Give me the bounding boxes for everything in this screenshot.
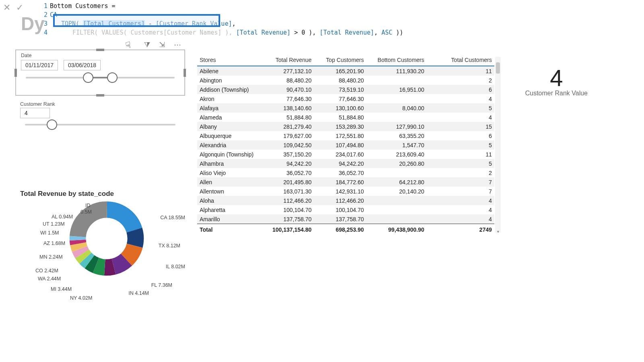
cell-total: 11 (427, 66, 494, 76)
cell-store: Akron (197, 94, 262, 103)
table-total-row: Total 100,137,154.80 698,253.90 99,438,9… (197, 224, 494, 236)
cell-top: 51,884.80 (314, 113, 366, 122)
stores-table[interactable]: Stores Total Revenue Top Customers Botto… (197, 54, 494, 235)
cell-top: 142,931.10 (314, 187, 366, 196)
total-revenue: 100,137,154.80 (262, 224, 314, 236)
resize-handle[interactable] (96, 94, 104, 97)
cell-top: 165,201.90 (314, 66, 366, 76)
scroll-track[interactable] (495, 57, 501, 233)
table-row[interactable]: Albany281,279.40153,289.30127,990.1015 (197, 122, 494, 131)
table-row[interactable]: Albuquerque179,627.00172,551.8063,355.20… (197, 131, 494, 140)
cell-top: 234,017.60 (314, 150, 366, 159)
slider-thumb-end[interactable] (107, 72, 118, 83)
highlight-rect (53, 14, 220, 27)
resize-handle[interactable] (14, 69, 17, 77)
card-value: 4 (525, 64, 588, 91)
commit-icon[interactable]: ✓ (16, 2, 23, 13)
cell-total: 2 (427, 76, 494, 85)
cell-top: 100,104.70 (314, 205, 366, 214)
slider-thumb-start[interactable] (83, 72, 93, 83)
table-row[interactable]: Amarillo137,758.70137,758.704 (197, 214, 494, 224)
cell-total: 5 (427, 159, 494, 168)
table-row[interactable]: Abilene277,132.10165,201.90111,930.2011 (197, 66, 494, 76)
date-end-input[interactable]: 03/06/2018 (64, 60, 101, 70)
table-header-row[interactable]: Stores Total Revenue Top Customers Botto… (197, 54, 494, 66)
cell-revenue: 281,279.40 (262, 122, 314, 131)
line-number: 1 (40, 2, 47, 10)
cell-total: 7 (427, 187, 494, 196)
table-row[interactable]: Alpharetta100,104.70100,104.704 (197, 205, 494, 214)
table-row[interactable]: Allen201,495.80184,772.6064,212.807 (197, 177, 494, 187)
table-row[interactable]: Akron77,646.3077,646.304 (197, 94, 494, 103)
col-bottom-customers[interactable]: Bottom Customers (366, 54, 427, 66)
cell-revenue: 201,495.80 (262, 177, 314, 187)
scroll-down-icon[interactable]: ▾ (495, 229, 501, 234)
filter-icon[interactable]: ⧩ (144, 41, 150, 49)
rank-input[interactable]: 4 (20, 108, 50, 118)
total-customers: 2749 (427, 224, 494, 236)
cell-total: 15 (427, 122, 494, 131)
cell-store: Addison (Township) (197, 85, 262, 94)
cell-top: 36,052.70 (314, 168, 366, 177)
col-total-revenue[interactable]: Total Revenue (262, 54, 314, 66)
cell-revenue: 277,132.10 (262, 66, 314, 76)
donut-chart[interactable]: Total Revenue by state_code CA 18.55M TX… (20, 190, 189, 311)
rank-value-card[interactable]: 4 Customer Rank Value (525, 64, 588, 97)
col-stores[interactable]: Stores (197, 54, 262, 66)
cell-bottom: 1,547.70 (366, 140, 427, 150)
table-row[interactable]: Algonquin (Township)357,150.20234,017.60… (197, 150, 494, 159)
date-slider[interactable] (26, 77, 175, 78)
date-start-input[interactable]: 01/11/2017 (21, 60, 58, 70)
line-number: 2 (40, 10, 47, 19)
measure-ref: [Total Revenue] (232, 29, 291, 36)
code-text: FILTER( VALUES( Customers[Customer Names… (72, 29, 232, 36)
slice-label: MI 3.44M (51, 286, 72, 292)
col-top-customers[interactable]: Top Customers (314, 54, 366, 66)
cell-total: 6 (427, 85, 494, 94)
more-icon[interactable]: ⋯ (174, 40, 181, 49)
focus-icon[interactable]: ⇲ (159, 40, 165, 49)
cell-top: 153,289.30 (314, 122, 366, 131)
slice-label: FL 7.36M (151, 282, 172, 288)
cell-revenue: 51,884.80 (262, 113, 314, 122)
scrollbar[interactable]: ▴ ▾ (495, 57, 501, 233)
slice-label: MN 2.24M (39, 254, 63, 260)
cell-revenue: 179,627.00 (262, 131, 314, 140)
cell-revenue: 163,071.30 (262, 187, 314, 196)
cancel-icon[interactable]: ✕ (3, 2, 10, 13)
table-row[interactable]: Alexandria109,042.50107,494.801,547.705 (197, 140, 494, 150)
card-label: Customer Rank Value (525, 90, 588, 97)
rank-slicer[interactable]: Customer Rank 4 (15, 99, 185, 139)
table-row[interactable]: Aliso Viejo36,052.7036,052.702 (197, 168, 494, 177)
chart-title: Total Revenue by state_code (20, 190, 189, 198)
svg-point-13 (78, 210, 136, 267)
table-row[interactable]: Abington88,480.2088,480.202 (197, 76, 494, 85)
table-row[interactable]: Addison (Township)90,470.1073,519.1016,9… (197, 85, 494, 94)
cell-revenue: 357,150.20 (262, 150, 314, 159)
slider-thumb[interactable] (47, 119, 57, 130)
rank-slider[interactable] (25, 124, 175, 125)
resize-handle[interactable] (184, 69, 186, 77)
total-label: Total (197, 224, 262, 236)
table-row[interactable]: Aloha112,466.20112,466.204 (197, 196, 494, 205)
table-row[interactable]: Alhambra94,242.2094,242.2020,260.805 (197, 159, 494, 168)
resize-handle[interactable] (96, 49, 104, 51)
table-row[interactable]: Alameda51,884.8051,884.804 (197, 113, 494, 122)
col-total-customers[interactable]: Total Customers (427, 54, 494, 66)
visual-toolbar: ⧩ ⇲ ⋯ (144, 40, 181, 49)
cell-bottom: 127,990.10 (366, 122, 427, 131)
total-bottom: 99,438,900.90 (366, 224, 427, 236)
cell-total: 4 (427, 113, 494, 122)
slice-label: UT 1.23M (43, 221, 65, 227)
date-slicer[interactable]: Date 01/11/2017 03/06/2018 (15, 49, 185, 96)
cell-bottom (366, 94, 427, 103)
cell-top: 77,646.30 (314, 94, 366, 103)
cell-total: 4 (427, 196, 494, 205)
cell-top: 88,480.20 (314, 76, 366, 85)
cell-top: 112,466.20 (314, 196, 366, 205)
slicer-title: Customer Rank (15, 99, 185, 108)
table-row[interactable]: Allentown163,071.30142,931.1020,140.207 (197, 187, 494, 196)
scroll-thumb[interactable] (496, 62, 500, 74)
table-row[interactable]: Alafaya138,140.60130,100.608,040.005 (197, 103, 494, 113)
cell-top: 137,758.70 (314, 214, 366, 224)
